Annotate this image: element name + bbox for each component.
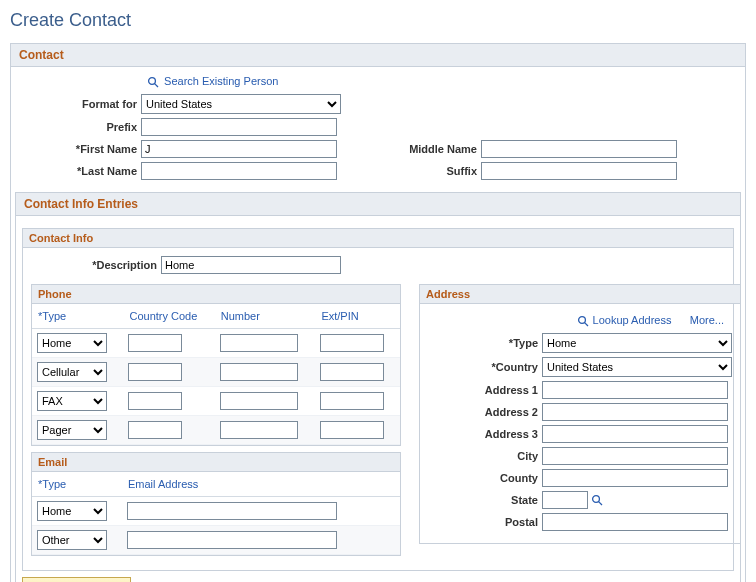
email-header: Email: [32, 453, 400, 472]
email-address-input[interactable]: [127, 531, 337, 549]
contact-info-entries-section: Contact Info Entries Contact Info *Descr…: [15, 192, 741, 582]
phone-col-number[interactable]: Number: [215, 304, 316, 329]
city-input[interactable]: [542, 447, 728, 465]
contact-info-subsection: Contact Info *Description Phone: [22, 228, 734, 571]
phone-type-select[interactable]: FAX: [37, 391, 107, 411]
description-label: *Description: [31, 259, 161, 271]
phone-cc-input[interactable]: [128, 363, 182, 381]
phone-subsection: Phone *Type Country Code Number Ext/PIN: [31, 284, 401, 446]
description-input[interactable]: [161, 256, 341, 274]
svg-point-2: [579, 317, 586, 324]
addr-country-label: *Country: [420, 361, 542, 373]
phone-number-input[interactable]: [220, 334, 298, 352]
addr1-label: Address 1: [420, 384, 542, 396]
last-name-input[interactable]: [141, 162, 337, 180]
email-row: Other: [32, 526, 400, 555]
contact-section: Contact Search Existing Person Format fo…: [10, 43, 746, 582]
email-col-type[interactable]: *Type: [32, 472, 122, 497]
first-name-input[interactable]: [141, 140, 337, 158]
lookup-address-link[interactable]: Lookup Address: [593, 314, 672, 326]
phone-row: Pager: [32, 416, 400, 445]
more-link[interactable]: More...: [690, 314, 724, 326]
contact-info-header: Contact Info: [23, 229, 733, 248]
svg-line-3: [585, 323, 588, 326]
svg-point-0: [149, 78, 156, 85]
email-row: Home: [32, 497, 400, 526]
format-for-label: Format for: [21, 98, 141, 110]
addr2-input[interactable]: [542, 403, 728, 421]
contact-section-header: Contact: [11, 44, 745, 67]
search-icon: [147, 76, 159, 88]
middle-name-label: Middle Name: [377, 143, 481, 155]
phone-row: Cellular: [32, 358, 400, 387]
phone-row: FAX: [32, 387, 400, 416]
addr-type-label: *Type: [420, 337, 542, 349]
addr2-label: Address 2: [420, 406, 542, 418]
email-subsection: Email *Type Email Address: [31, 452, 401, 556]
phone-col-countrycode[interactable]: Country Code: [123, 304, 214, 329]
svg-line-1: [155, 84, 158, 87]
phone-cc-input[interactable]: [128, 421, 182, 439]
phone-ext-input[interactable]: [320, 421, 384, 439]
email-type-select[interactable]: Other: [37, 530, 107, 550]
search-icon: [577, 315, 589, 327]
phone-table: *Type Country Code Number Ext/PIN: [32, 304, 400, 445]
phone-ext-input[interactable]: [320, 334, 384, 352]
phone-type-select[interactable]: Home: [37, 333, 107, 353]
phone-number-input[interactable]: [220, 363, 298, 381]
phone-number-input[interactable]: [220, 421, 298, 439]
phone-cc-input[interactable]: [128, 334, 182, 352]
addr3-label: Address 3: [420, 428, 542, 440]
county-label: County: [420, 472, 542, 484]
format-for-select[interactable]: United States: [141, 94, 341, 114]
suffix-input[interactable]: [481, 162, 677, 180]
prefix-label: Prefix: [21, 121, 141, 133]
addr-country-select[interactable]: United States: [542, 357, 732, 377]
phone-type-select[interactable]: Pager: [37, 420, 107, 440]
svg-line-5: [599, 502, 602, 505]
city-label: City: [420, 450, 542, 462]
phone-number-input[interactable]: [220, 392, 298, 410]
phone-type-select[interactable]: Cellular: [37, 362, 107, 382]
phone-col-extpin[interactable]: Ext/PIN: [315, 304, 400, 329]
search-existing-person-link[interactable]: Search Existing Person: [164, 75, 278, 87]
svg-point-4: [593, 496, 600, 503]
phone-header: Phone: [32, 285, 400, 304]
email-table: *Type Email Address Home: [32, 472, 400, 555]
email-col-address[interactable]: Email Address: [122, 472, 400, 497]
postal-label: Postal: [420, 516, 542, 528]
prefix-input[interactable]: [141, 118, 337, 136]
last-name-label: *Last Name: [21, 165, 141, 177]
state-label: State: [420, 494, 542, 506]
email-type-select[interactable]: Home: [37, 501, 107, 521]
address-subsection: Address Lookup Address More...: [419, 284, 741, 544]
middle-name-input[interactable]: [481, 140, 677, 158]
postal-input[interactable]: [542, 513, 728, 531]
addr3-input[interactable]: [542, 425, 728, 443]
phone-cc-input[interactable]: [128, 392, 182, 410]
county-input[interactable]: [542, 469, 728, 487]
contact-info-entries-header: Contact Info Entries: [16, 193, 740, 216]
state-input[interactable]: [542, 491, 588, 509]
page-title: Create Contact: [10, 10, 746, 31]
apply-changes-button[interactable]: Apply Changes: [22, 577, 131, 582]
phone-row: Home: [32, 329, 400, 358]
lookup-icon[interactable]: [591, 494, 603, 506]
phone-ext-input[interactable]: [320, 363, 384, 381]
email-address-input[interactable]: [127, 502, 337, 520]
phone-ext-input[interactable]: [320, 392, 384, 410]
address-header: Address: [420, 285, 740, 304]
addr1-input[interactable]: [542, 381, 728, 399]
phone-col-type[interactable]: *Type: [32, 304, 123, 329]
first-name-label: *First Name: [21, 143, 141, 155]
suffix-label: Suffix: [377, 165, 481, 177]
addr-type-select[interactable]: Home: [542, 333, 732, 353]
